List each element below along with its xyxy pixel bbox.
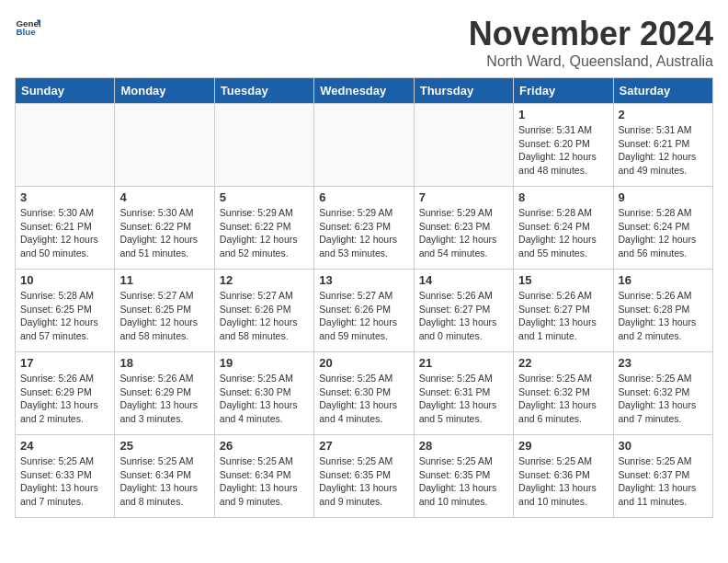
calendar-cell: 14Sunrise: 5:26 AMSunset: 6:27 PMDayligh…: [414, 270, 513, 352]
weekday-header-tuesday: Tuesday: [214, 78, 313, 104]
day-info: Sunrise: 5:27 AMSunset: 6:25 PMDaylight:…: [119, 289, 209, 343]
day-number: 2: [619, 108, 708, 121]
week-row-5: 24Sunrise: 5:25 AMSunset: 6:33 PMDayligh…: [16, 435, 713, 518]
calendar-cell: 17Sunrise: 5:26 AMSunset: 6:29 PMDayligh…: [16, 352, 115, 435]
week-row-3: 10Sunrise: 5:28 AMSunset: 6:25 PMDayligh…: [16, 270, 713, 352]
day-number: 23: [619, 356, 708, 370]
calendar-cell: 27Sunrise: 5:25 AMSunset: 6:35 PMDayligh…: [314, 435, 414, 518]
day-info: Sunrise: 5:26 AMSunset: 6:29 PMDaylight:…: [20, 372, 109, 426]
day-info: Sunrise: 5:31 AMSunset: 6:21 PMDaylight:…: [619, 123, 708, 178]
week-row-2: 3Sunrise: 5:30 AMSunset: 6:21 PMDaylight…: [16, 187, 713, 270]
calendar-cell: 7Sunrise: 5:29 AMSunset: 6:23 PMDaylight…: [414, 187, 513, 270]
weekday-header-row: SundayMondayTuesdayWednesdayThursdayFrid…: [16, 78, 713, 104]
calendar-cell: 5Sunrise: 5:29 AMSunset: 6:22 PMDaylight…: [214, 187, 313, 270]
day-number: 4: [119, 190, 209, 204]
day-info: Sunrise: 5:30 AMSunset: 6:21 PMDaylight:…: [20, 206, 109, 260]
day-info: Sunrise: 5:25 AMSunset: 6:31 PMDaylight:…: [419, 372, 508, 426]
day-number: 8: [518, 190, 608, 204]
day-number: 19: [220, 356, 309, 370]
day-number: 6: [319, 190, 408, 204]
day-info: Sunrise: 5:25 AMSunset: 6:35 PMDaylight:…: [419, 454, 508, 509]
day-info: Sunrise: 5:25 AMSunset: 6:34 PMDaylight:…: [119, 454, 209, 509]
day-number: 15: [518, 273, 608, 287]
day-number: 30: [619, 439, 708, 453]
day-number: 18: [119, 356, 209, 370]
day-number: 9: [619, 190, 708, 204]
day-info: Sunrise: 5:28 AMSunset: 6:24 PMDaylight:…: [518, 206, 608, 260]
day-number: 7: [419, 190, 508, 204]
calendar-cell: 13Sunrise: 5:27 AMSunset: 6:26 PMDayligh…: [314, 270, 414, 352]
day-info: Sunrise: 5:26 AMSunset: 6:27 PMDaylight:…: [419, 289, 508, 343]
day-number: 14: [419, 273, 508, 287]
calendar-cell: 28Sunrise: 5:25 AMSunset: 6:35 PMDayligh…: [414, 435, 513, 518]
calendar-cell: 4Sunrise: 5:30 AMSunset: 6:22 PMDaylight…: [115, 187, 214, 270]
calendar-cell: 3Sunrise: 5:30 AMSunset: 6:21 PMDaylight…: [16, 187, 115, 270]
day-info: Sunrise: 5:25 AMSunset: 6:37 PMDaylight:…: [619, 454, 708, 509]
calendar-cell: 1Sunrise: 5:31 AMSunset: 6:20 PMDaylight…: [514, 104, 613, 187]
day-number: 10: [20, 273, 109, 287]
calendar-cell: 20Sunrise: 5:25 AMSunset: 6:30 PMDayligh…: [314, 352, 414, 435]
day-info: Sunrise: 5:26 AMSunset: 6:27 PMDaylight:…: [518, 289, 608, 343]
calendar-cell: 8Sunrise: 5:28 AMSunset: 6:24 PMDaylight…: [514, 187, 613, 270]
day-info: Sunrise: 5:25 AMSunset: 6:33 PMDaylight:…: [20, 454, 109, 509]
calendar-cell: 26Sunrise: 5:25 AMSunset: 6:34 PMDayligh…: [214, 435, 313, 518]
day-info: Sunrise: 5:25 AMSunset: 6:35 PMDaylight:…: [319, 454, 408, 509]
calendar-cell: 15Sunrise: 5:26 AMSunset: 6:27 PMDayligh…: [514, 270, 613, 352]
location-subtitle: North Ward, Queensland, Australia: [469, 53, 713, 70]
day-number: 24: [20, 439, 109, 453]
day-info: Sunrise: 5:28 AMSunset: 6:25 PMDaylight:…: [20, 289, 109, 343]
day-number: 21: [419, 356, 508, 370]
day-info: Sunrise: 5:29 AMSunset: 6:23 PMDaylight:…: [319, 206, 408, 260]
day-info: Sunrise: 5:25 AMSunset: 6:34 PMDaylight:…: [220, 454, 309, 509]
calendar-cell: 2Sunrise: 5:31 AMSunset: 6:21 PMDaylight…: [613, 104, 712, 187]
calendar-cell: [16, 104, 115, 187]
day-number: 1: [518, 108, 608, 121]
month-title: November 2024: [469, 15, 713, 53]
calendar-cell: 21Sunrise: 5:25 AMSunset: 6:31 PMDayligh…: [414, 352, 513, 435]
calendar-cell: 29Sunrise: 5:25 AMSunset: 6:36 PMDayligh…: [514, 435, 613, 518]
day-info: Sunrise: 5:25 AMSunset: 6:32 PMDaylight:…: [518, 372, 608, 426]
calendar-cell: 25Sunrise: 5:25 AMSunset: 6:34 PMDayligh…: [115, 435, 214, 518]
calendar-cell: [214, 104, 313, 187]
day-number: 12: [220, 273, 309, 287]
day-info: Sunrise: 5:26 AMSunset: 6:29 PMDaylight:…: [119, 372, 209, 426]
day-info: Sunrise: 5:25 AMSunset: 6:30 PMDaylight:…: [319, 372, 408, 426]
weekday-header-monday: Monday: [115, 78, 214, 104]
day-info: Sunrise: 5:31 AMSunset: 6:20 PMDaylight:…: [518, 123, 608, 178]
calendar-cell: 24Sunrise: 5:25 AMSunset: 6:33 PMDayligh…: [16, 435, 115, 518]
calendar-cell: [414, 104, 513, 187]
calendar-cell: 9Sunrise: 5:28 AMSunset: 6:24 PMDaylight…: [613, 187, 712, 270]
day-number: 17: [20, 356, 109, 370]
day-info: Sunrise: 5:28 AMSunset: 6:24 PMDaylight:…: [619, 206, 708, 260]
calendar-cell: [314, 104, 414, 187]
day-info: Sunrise: 5:25 AMSunset: 6:30 PMDaylight:…: [220, 372, 309, 426]
calendar-cell: 16Sunrise: 5:26 AMSunset: 6:28 PMDayligh…: [613, 270, 712, 352]
calendar-cell: 18Sunrise: 5:26 AMSunset: 6:29 PMDayligh…: [115, 352, 214, 435]
calendar-cell: [115, 104, 214, 187]
weekday-header-wednesday: Wednesday: [314, 78, 414, 104]
calendar-cell: 12Sunrise: 5:27 AMSunset: 6:26 PMDayligh…: [214, 270, 313, 352]
day-number: 11: [119, 273, 209, 287]
calendar-cell: 30Sunrise: 5:25 AMSunset: 6:37 PMDayligh…: [613, 435, 712, 518]
calendar-cell: 10Sunrise: 5:28 AMSunset: 6:25 PMDayligh…: [16, 270, 115, 352]
day-number: 27: [319, 439, 408, 453]
header: General Blue November 2024 North Ward, Q…: [15, 15, 713, 70]
logo-icon: General Blue: [15, 15, 40, 40]
logo: General Blue: [15, 15, 40, 40]
week-row-1: 1Sunrise: 5:31 AMSunset: 6:20 PMDaylight…: [16, 104, 713, 187]
day-info: Sunrise: 5:27 AMSunset: 6:26 PMDaylight:…: [319, 289, 408, 343]
day-number: 22: [518, 356, 608, 370]
calendar-table: SundayMondayTuesdayWednesdayThursdayFrid…: [15, 77, 713, 518]
day-number: 29: [518, 439, 608, 453]
day-number: 3: [20, 190, 109, 204]
day-number: 13: [319, 273, 408, 287]
weekday-header-thursday: Thursday: [414, 78, 513, 104]
day-info: Sunrise: 5:25 AMSunset: 6:36 PMDaylight:…: [518, 454, 608, 509]
calendar-cell: 22Sunrise: 5:25 AMSunset: 6:32 PMDayligh…: [514, 352, 613, 435]
day-number: 26: [220, 439, 309, 453]
weekday-header-sunday: Sunday: [16, 78, 115, 104]
week-row-4: 17Sunrise: 5:26 AMSunset: 6:29 PMDayligh…: [16, 352, 713, 435]
weekday-header-friday: Friday: [514, 78, 613, 104]
day-info: Sunrise: 5:30 AMSunset: 6:22 PMDaylight:…: [119, 206, 209, 260]
weekday-header-saturday: Saturday: [613, 78, 712, 104]
